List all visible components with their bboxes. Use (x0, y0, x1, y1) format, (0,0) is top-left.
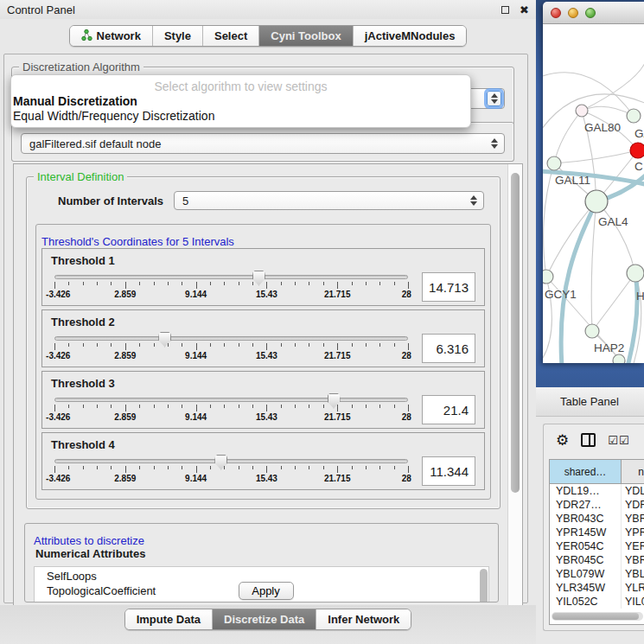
network-edge[interactable] (544, 163, 554, 277)
network-node-GAL80[interactable] (576, 105, 588, 117)
tab-network[interactable]: Network (70, 26, 153, 46)
tab-jactivemnodules[interactable]: jActiveMNodules (354, 26, 467, 46)
stepper-up-icon (470, 195, 477, 200)
slider-ticks (54, 343, 408, 350)
column-header-shared-name[interactable]: shared… (550, 460, 622, 483)
tick-mark (408, 405, 409, 411)
table-row[interactable]: YLR345WYLR3 (550, 581, 644, 595)
threshold-slider[interactable]: -3.4262.8599.14415.4321.71528 (54, 275, 408, 300)
table-row[interactable]: YBR045CYBR0 (550, 553, 644, 567)
tick-mark (352, 282, 353, 285)
threshold-slider[interactable]: -3.4262.8599.14415.4321.71528 (54, 459, 408, 484)
zoom-traffic-light[interactable] (585, 8, 596, 18)
tab-infer-network[interactable]: Infer Network (316, 609, 411, 629)
network-node-GAL4[interactable] (585, 190, 608, 213)
table-toolbar: ⚙ ☑☑ (544, 424, 644, 456)
tick-mark (281, 343, 282, 347)
vertical-scrollbar[interactable] (507, 164, 522, 628)
table-row[interactable]: YDR27…YDR2 (550, 498, 644, 512)
stepper-up-icon (491, 138, 498, 143)
network-edge[interactable] (628, 273, 637, 363)
tab-cyni-toolbox[interactable]: Cyni Toolbox (259, 26, 353, 46)
network-node-H[interactable] (627, 265, 644, 282)
algorithm-combobox-stepper[interactable] (487, 91, 501, 106)
number-of-intervals-combobox[interactable]: 5 (174, 191, 484, 210)
slider-track[interactable] (54, 275, 408, 279)
threshold-label: Threshold 2 (51, 316, 475, 328)
close-traffic-light[interactable] (551, 8, 561, 18)
tick-mark (309, 405, 309, 408)
network-edge[interactable] (582, 59, 644, 111)
tab-impute-data[interactable]: Impute Data (125, 609, 213, 629)
tick-mark (68, 466, 69, 469)
checkboxes-icon[interactable]: ☑☑ (608, 434, 629, 447)
table-row[interactable]: YBL079WYBL0 (550, 567, 644, 581)
network-edge[interactable] (596, 201, 635, 273)
tick-mark (239, 466, 239, 469)
threshold-value-box[interactable]: 14.713 (422, 272, 475, 302)
minimize-traffic-light[interactable] (568, 8, 578, 18)
table-row[interactable]: YBR043CYBR0 (550, 512, 644, 526)
threshold-slider[interactable]: -3.4262.8599.14415.4321.71528 (54, 398, 408, 423)
network-node-GA[interactable] (627, 109, 641, 123)
network-edge[interactable] (591, 201, 596, 331)
tab-select[interactable]: Select (203, 26, 259, 46)
table-data-value: galFiltered.sif default node (29, 137, 161, 150)
table-row[interactable]: YPR145WYPR1 (550, 526, 644, 539)
threshold-value-box[interactable]: 11.344 (422, 456, 475, 486)
slider-track[interactable] (54, 336, 408, 341)
algorithm-option-2[interactable]: Equal Width/Frequency Discretization (11, 109, 470, 124)
network-node-C[interactable] (630, 143, 644, 158)
network-edge[interactable] (592, 273, 635, 331)
column-header-name[interactable]: n (622, 460, 644, 483)
tab-discretize-data[interactable]: Discretize Data (213, 609, 316, 629)
network-node-GAL11[interactable] (547, 156, 561, 170)
network-node-unnamed[interactable] (613, 354, 625, 363)
network-edge[interactable] (582, 106, 634, 116)
apply-button[interactable]: Apply (239, 582, 294, 600)
slider-track[interactable] (54, 398, 408, 402)
network-node-HAP2[interactable] (585, 324, 599, 338)
tab-style[interactable]: Style (153, 26, 203, 46)
tick-mark (281, 282, 282, 285)
network-edge[interactable] (554, 150, 638, 163)
tick-mark (295, 466, 296, 469)
network-node-GCY1[interactable] (543, 270, 553, 284)
tick-mark (323, 466, 324, 469)
table-data-combobox[interactable]: galFiltered.sif default node (21, 133, 505, 154)
tick-mark (239, 343, 239, 347)
threshold-slider[interactable]: -3.4262.8599.14415.4321.71528 (54, 336, 408, 361)
cell-name: YBL0 (622, 567, 644, 581)
network-edge[interactable] (554, 111, 582, 163)
table-row[interactable]: YIL052CYIL0 (550, 595, 644, 609)
threshold-value-box[interactable]: 21.4 (422, 395, 475, 424)
tick-mark (196, 343, 197, 350)
tick-mark (266, 343, 267, 350)
tick-mark (337, 405, 338, 411)
columns-icon[interactable] (581, 433, 596, 447)
slider-track[interactable] (54, 459, 408, 463)
table-row[interactable]: YDL19…YDL1 (550, 484, 644, 498)
tick-mark (379, 466, 380, 469)
cyni-toolbox-panel: Discretization Algorithm Table Data galF… (3, 54, 528, 603)
close-icon[interactable]: ✖ (520, 4, 529, 16)
tick-mark (111, 343, 112, 347)
number-of-intervals-stepper[interactable] (466, 194, 481, 207)
horizontal-scrollbar[interactable] (552, 612, 643, 621)
slider-tick-labels: -3.4262.8599.14415.4321.71528 (54, 351, 408, 361)
vertical-scrollbar-thumb[interactable] (511, 173, 520, 493)
gear-icon[interactable]: ⚙ (556, 433, 569, 448)
table-row[interactable]: YER054CYER0 (550, 539, 644, 553)
settings-scroll-area: Interval Definition Number of Intervals … (13, 163, 523, 628)
tick-mark (168, 405, 169, 408)
network-canvas[interactable]: GAL80GACGAL11GAL4GCY1HHAP2 (543, 24, 644, 363)
top-tab-row: NetworkStyleSelectCyni ToolboxjActiveMNo… (0, 19, 536, 52)
float-window-icon[interactable] (501, 6, 509, 14)
discretization-algorithm-title: Discretization Algorithm (19, 61, 143, 73)
horizontal-scrollbar-thumb[interactable] (552, 613, 639, 620)
algorithm-option-1[interactable]: Manual Discretization (11, 94, 470, 109)
table-data-stepper[interactable] (487, 136, 501, 151)
threshold-value-box[interactable]: 6.316 (422, 334, 475, 363)
table-panel-title: Table Panel (560, 395, 619, 408)
algorithm-dropdown-popup: Select algorithm to view settings Manual… (10, 74, 471, 128)
